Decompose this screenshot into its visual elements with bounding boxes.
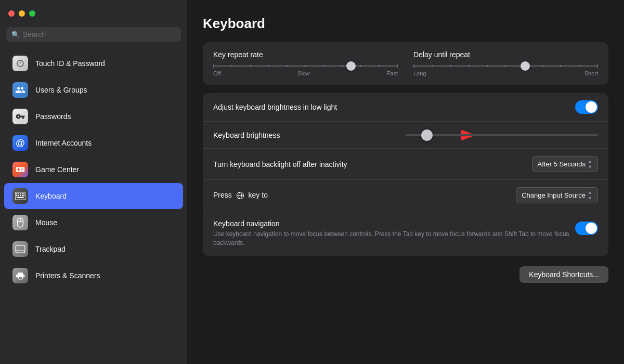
delay-group: Delay until repeat [413, 50, 598, 76]
sidebar-item-keyboard[interactable]: Keyboard [4, 183, 183, 209]
internet-accounts-icon: @ [12, 135, 28, 151]
delay-long: Long [413, 70, 426, 76]
close-button[interactable] [8, 10, 15, 17]
backlight-row: Turn keyboard backlight off after inacti… [203, 148, 608, 179]
press-key-stepper[interactable]: Change Input Source ▲ ▼ [516, 187, 598, 203]
brightness-slider[interactable] [406, 134, 598, 136]
keyboard-brightness-row: Keyboard brightness [203, 121, 608, 148]
users-groups-icon [12, 82, 28, 98]
printers-scanners-label: Printers & Scanners [35, 271, 100, 280]
press-key-value: Change Input Source [522, 191, 586, 199]
search-bar[interactable]: 🔍 [6, 27, 181, 42]
titlebar [0, 0, 187, 27]
sidebar-item-internet-accounts[interactable]: @ Internet Accounts [4, 130, 183, 156]
shortcuts-button-row: Keyboard Shortcuts... [203, 264, 608, 283]
delay-short: Short [584, 70, 598, 76]
svg-rect-11 [23, 195, 24, 196]
navigation-text-group: Keyboard navigation Use keyboard navigat… [213, 219, 575, 248]
search-icon: 🔍 [11, 31, 20, 38]
main-content: Keyboard Key repeat rate [187, 0, 624, 364]
globe-icon [236, 191, 244, 200]
svg-rect-2 [16, 193, 17, 194]
press-key-after: key to [249, 191, 268, 199]
keyboard-settings-card: Adjust keyboard brightness in low light … [203, 93, 608, 256]
repeat-rate-group: Key repeat rate [213, 50, 398, 76]
brightness-toggle-label: Adjust keyboard brightness in low light [213, 103, 575, 111]
minimize-button[interactable] [19, 10, 25, 17]
svg-rect-4 [20, 193, 21, 194]
sidebar-item-touch-id[interactable]: Touch ID & Password [4, 50, 183, 76]
trackpad-icon [12, 241, 28, 257]
users-groups-label: Users & Groups [35, 86, 87, 94]
delay-slider-container [413, 65, 598, 67]
press-key-label: Press key to [213, 191, 516, 200]
repeat-rate-off: Off [213, 70, 220, 76]
brightness-thumb[interactable] [421, 129, 433, 141]
sliders-card: Key repeat rate [203, 42, 608, 85]
navigation-label: Keyboard navigation [213, 219, 575, 228]
brightness-toggle-row: Adjust keyboard brightness in low light [203, 93, 608, 121]
delay-thumb[interactable] [521, 61, 530, 71]
mouse-icon [12, 215, 28, 230]
repeat-rate-fast: Fast [387, 70, 398, 76]
press-key-row: Press key to Change Input Source ▲ ▼ [203, 179, 608, 211]
sidebar-item-trackpad[interactable]: Trackpad [4, 236, 183, 262]
svg-rect-16 [16, 245, 25, 253]
passwords-label: Passwords [35, 112, 71, 121]
svg-rect-10 [22, 195, 23, 196]
svg-rect-7 [16, 195, 17, 196]
press-key-before: Press [213, 191, 232, 199]
svg-rect-5 [22, 193, 23, 194]
svg-rect-9 [20, 195, 21, 196]
mouse-label: Mouse [35, 218, 57, 227]
svg-rect-12 [17, 197, 23, 198]
press-key-arrows: ▲ ▼ [588, 190, 592, 201]
keyboard-navigation-row: Keyboard navigation Use keyboard navigat… [203, 211, 608, 256]
repeat-rate-slow: Slow [297, 70, 310, 76]
sidebar-item-game-center[interactable]: Game Center [4, 157, 183, 183]
backlight-stepper[interactable]: After 5 Seconds ▲ ▼ [532, 156, 598, 172]
backlight-value: After 5 Seconds [538, 160, 586, 168]
printers-icon [12, 268, 28, 283]
game-center-label: Game Center [35, 165, 79, 174]
page-title: Keyboard [203, 16, 608, 32]
sidebar-list: Touch ID & Password Users & Groups Passw… [0, 48, 187, 364]
touch-id-label: Touch ID & Password [35, 59, 105, 68]
passwords-icon [12, 109, 28, 124]
delay-labels: Long Short [413, 70, 598, 76]
repeat-rate-slider-container [213, 65, 398, 67]
svg-rect-8 [18, 195, 19, 196]
sidebar-item-users-groups[interactable]: Users & Groups [4, 77, 183, 103]
svg-rect-3 [18, 193, 19, 194]
repeat-rate-labels: Off Slow Fast [213, 70, 398, 76]
repeat-rate-label: Key repeat rate [213, 50, 398, 59]
navigation-toggle[interactable] [575, 222, 598, 235]
delay-label: Delay until repeat [413, 50, 598, 59]
repeat-rate-track [213, 65, 398, 67]
sidebar: 🔍 Touch ID & Password Users & Groups Pas… [0, 0, 187, 364]
backlight-label: Turn keyboard backlight off after inacti… [213, 160, 532, 168]
sliders-row: Key repeat rate [213, 50, 598, 76]
svg-rect-6 [23, 193, 24, 194]
delay-track [413, 65, 598, 67]
sidebar-item-printers-scanners[interactable]: Printers & Scanners [4, 263, 183, 289]
navigation-description: Use keyboard navigation to move focus be… [213, 230, 575, 248]
sidebar-item-mouse[interactable]: Mouse [4, 210, 183, 236]
sidebar-item-passwords[interactable]: Passwords [4, 103, 183, 129]
trackpad-label: Trackpad [35, 245, 66, 253]
repeat-rate-thumb[interactable] [346, 61, 356, 71]
maximize-button[interactable] [29, 10, 35, 17]
keyboard-shortcuts-button[interactable]: Keyboard Shortcuts... [519, 266, 608, 283]
search-input[interactable] [23, 30, 176, 38]
internet-accounts-label: Internet Accounts [35, 139, 92, 147]
stepper-arrows: ▲ ▼ [588, 159, 592, 170]
game-center-icon [12, 162, 28, 177]
brightness-toggle[interactable] [575, 100, 598, 114]
keyboard-icon [12, 188, 28, 204]
keyboard-label: Keyboard [35, 192, 67, 200]
keyboard-brightness-label: Keyboard brightness [213, 131, 406, 139]
touch-id-icon [12, 56, 28, 71]
